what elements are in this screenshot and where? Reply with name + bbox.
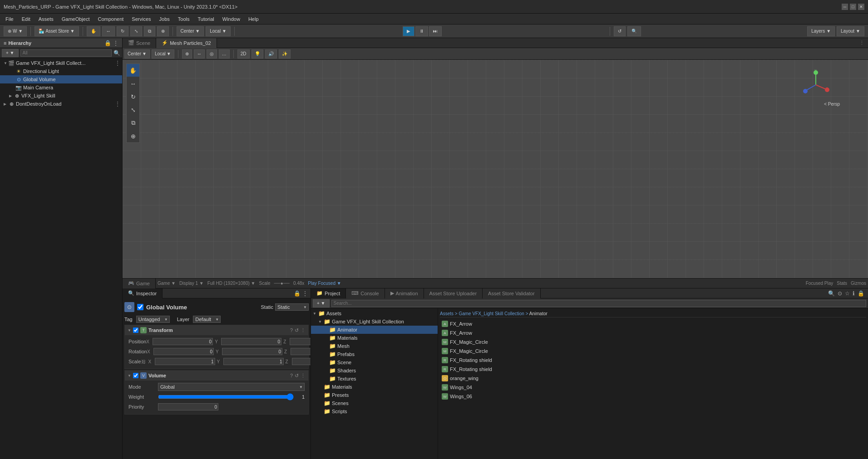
rotation-z-input[interactable] <box>291 348 311 355</box>
scene-grid-btn[interactable]: ⊕ <box>182 49 192 59</box>
scene-view-more-icon[interactable]: ⋮ <box>859 40 864 45</box>
game-view-stats-btn[interactable]: Stats <box>835 281 849 286</box>
scene-more-btn[interactable]: … <box>219 49 230 59</box>
menu-jobs[interactable]: Jobs <box>156 15 173 23</box>
tree-item-assets[interactable]: ▼ 📁 Assets <box>311 309 438 317</box>
rotation-y-input[interactable] <box>222 348 282 355</box>
hierarchy-item-root-more[interactable]: ⋮ <box>115 60 120 66</box>
position-x-input[interactable] <box>153 338 213 345</box>
tree-item-presets[interactable]: 📁 Presets <box>311 391 438 399</box>
tree-item-textures[interactable]: 📁 Textures <box>311 375 438 383</box>
tab-scene-mini[interactable]: 🎮 Game <box>123 278 156 288</box>
hierarchy-search-input[interactable] <box>20 49 112 57</box>
inspector-active-checkbox[interactable] <box>137 304 143 310</box>
local-global-btn[interactable]: Local ▼ <box>152 49 174 59</box>
scene-hand-tool[interactable]: ✋ <box>127 64 139 77</box>
play-button[interactable]: ▶ <box>403 26 414 36</box>
project-info-button[interactable]: ℹ <box>853 290 855 297</box>
scale-tool-button[interactable]: ⤡ <box>130 26 142 36</box>
scale-x-input[interactable] <box>155 358 215 365</box>
transform-more-button[interactable]: ⋮ <box>301 327 306 333</box>
asset-item-6[interactable]: O orange_wing <box>440 374 866 383</box>
game-view-resolution-dropdown[interactable]: Full HD (1920×1080) ▼ <box>206 281 257 286</box>
menu-component[interactable]: Component <box>94 15 127 23</box>
layers-button[interactable]: Layers ▼ <box>807 26 835 36</box>
move-tool-button[interactable]: ↔ <box>102 26 115 36</box>
mesh-particles-tab[interactable]: ⚡ Mesh Particles_02 <box>156 38 217 48</box>
tree-item-scenes[interactable]: 📁 Scenes <box>311 399 438 407</box>
priority-input[interactable] <box>158 403 218 410</box>
weight-slider[interactable] <box>158 393 294 400</box>
position-z-input[interactable] <box>290 338 311 345</box>
scene-snap-btn[interactable]: ↔ <box>194 49 205 59</box>
tree-item-scripts[interactable]: 📁 Scripts <box>311 407 438 415</box>
project-search-input[interactable] <box>331 300 866 307</box>
project-search-button[interactable]: 🔍 <box>828 290 835 297</box>
scene-fx-btn[interactable]: ✨ <box>279 49 291 59</box>
scene-move-tool[interactable]: ↔ <box>127 77 139 90</box>
scale-y-input[interactable] <box>223 358 284 365</box>
undo-button[interactable]: ↺ <box>614 26 626 36</box>
tree-item-mesh[interactable]: 📁 Mesh <box>311 342 438 350</box>
scale-z-input[interactable] <box>292 358 311 365</box>
project-filter-button[interactable]: ⊙ <box>838 290 842 297</box>
volume-mode-dropdown[interactable]: Global Local <box>158 383 305 391</box>
scene-audio-btn[interactable]: 🔊 <box>265 49 277 59</box>
hierarchy-item-dontdestroy-more[interactable]: ⋮ <box>115 101 120 107</box>
hand-tool-button[interactable]: ✋ <box>87 26 100 36</box>
scene-tab[interactable]: 🎬 Scene <box>123 38 156 48</box>
game-view-game-dropdown[interactable]: Game ▼ <box>156 281 178 286</box>
tree-item-collection[interactable]: ▼ 📁 Game VFX_Light Skill Collection <box>311 317 438 326</box>
menu-assets[interactable]: Assets <box>35 15 57 23</box>
scene-transform-tool[interactable]: ⊕ <box>127 130 139 142</box>
hierarchy-more-button[interactable]: ⋮ <box>113 40 118 46</box>
asset-item-1[interactable]: A FX_Arrow <box>440 328 866 337</box>
pause-button[interactable]: ⏸ <box>415 26 428 36</box>
asset-item-5[interactable]: R FX_Rotating shield <box>440 365 866 374</box>
asset-item-7[interactable]: W Wings_04 <box>440 383 866 392</box>
inspector-lock-button[interactable]: 🔒 <box>294 290 301 297</box>
menu-tools[interactable]: Tools <box>174 15 193 23</box>
tree-item-scene[interactable]: 📁 Scene <box>311 358 438 366</box>
search-button[interactable]: 🔍 <box>627 26 641 36</box>
menu-file[interactable]: File <box>2 15 17 23</box>
asset-item-2[interactable]: M FX_Magic_Circle <box>440 337 866 347</box>
hierarchy-item-dirlight[interactable]: ☀ Directional Light <box>0 67 122 75</box>
inspector-static-dropdown[interactable]: Static Not Static <box>275 303 309 311</box>
breadcrumb-assets[interactable]: Assets <box>440 311 454 316</box>
inspector-more-button[interactable]: ⋮ <box>302 290 308 297</box>
project-star-button[interactable]: ☆ <box>845 290 850 297</box>
window-controls[interactable]: ─ □ ✕ <box>842 4 864 10</box>
hierarchy-item-root[interactable]: ▼ 🎬 Game VFX_Light Skill Collect... ⋮ <box>0 59 122 67</box>
scene-rect-tool[interactable]: ⧉ <box>127 117 139 129</box>
pivot-button[interactable]: Center ▼ <box>177 26 204 36</box>
scene-canvas[interactable]: ✋ ↔ ↻ ⤡ ⧉ ⊕ <box>123 60 868 278</box>
transform-tool-button[interactable]: ⊕ <box>157 26 169 36</box>
hierarchy-add-button[interactable]: + ▼ <box>2 49 19 57</box>
scene-2d-btn[interactable]: 2D <box>237 49 250 59</box>
volume-header[interactable]: ▼ V Volume ? ↺ ⋮ <box>125 371 308 381</box>
menu-help[interactable]: Help <box>245 15 262 23</box>
minimize-button[interactable]: ─ <box>842 4 848 10</box>
transform-header[interactable]: ▼ T Transform ? ↺ ⋮ <box>125 325 308 335</box>
menu-services[interactable]: Services <box>128 15 154 23</box>
scene-collab-btn[interactable]: ◎ <box>207 49 217 59</box>
transform-enabled-checkbox[interactable] <box>133 327 138 333</box>
volume-more-button[interactable]: ⋮ <box>301 373 306 379</box>
layout-button[interactable]: Layout ▼ <box>837 26 864 36</box>
menu-edit[interactable]: Edit <box>18 15 34 23</box>
asset-store-button[interactable]: 🏪 Asset Store ▼ <box>35 26 79 36</box>
rotate-tool-button[interactable]: ↻ <box>117 26 128 36</box>
console-tab[interactable]: ⌨ Console <box>346 288 385 298</box>
hierarchy-item-vfxlight[interactable]: ▶ ⊕ VFX_Light Skill <box>0 92 122 100</box>
hierarchy-lock-button[interactable]: 🔒 <box>104 40 111 46</box>
scene-scale-tool[interactable]: ⤡ <box>127 103 139 116</box>
scene-gizmo[interactable]: Y X Z <box>800 69 832 101</box>
animation-tab[interactable]: ▶ Animation <box>385 288 424 298</box>
game-view-display-dropdown[interactable]: Display 1 ▼ <box>178 281 206 286</box>
scene-rotate-tool[interactable]: ↻ <box>127 90 139 103</box>
layer-dropdown[interactable]: Default <box>193 316 221 323</box>
asset-item-0[interactable]: A FX_Arrow <box>440 319 866 328</box>
hierarchy-item-dontdestroy[interactable]: ▶ ⊕ DontDestroyOnLoad ⋮ <box>0 100 122 108</box>
game-view-gizmos-btn[interactable]: Gizmos <box>849 281 868 286</box>
